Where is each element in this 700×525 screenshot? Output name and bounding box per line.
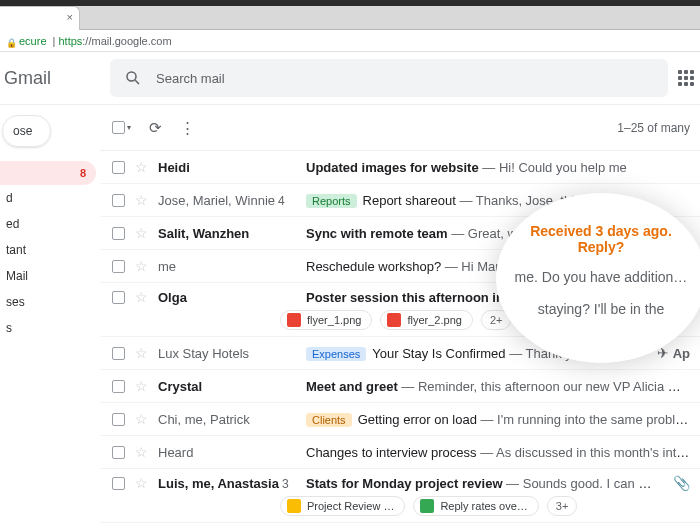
sidebar-item[interactable]: ses [0,289,96,315]
row-checkbox[interactable] [112,194,125,207]
clip-icon: 📎 [673,475,690,491]
row-sender: Crystal [158,379,296,394]
file-icon [287,313,301,327]
row-content: ClientsGetting error on load — I'm runni… [306,412,690,427]
file-icon [420,499,434,513]
svg-line-1 [135,80,139,84]
star-icon[interactable]: ☆ [135,258,148,274]
nudge-title: Received 3 days ago. Reply? [514,223,688,255]
pager-text: 1–25 of many [617,121,690,135]
row-snippet: — Reminder, this afternoon our new VP Al… [398,379,690,394]
row-checkbox[interactable] [112,291,125,304]
star-icon[interactable]: ☆ [135,475,148,491]
compose-button[interactable]: ose [2,115,51,147]
close-icon[interactable]: × [67,11,73,23]
attachment-chip[interactable]: Project Review … [280,496,405,516]
table-row[interactable]: ☆Chi, me, PatrickClientsGetting error on… [100,403,700,436]
table-row[interactable]: ☆Luis, me, Anastasia3Stats for Monday pr… [100,469,700,523]
row-content: Meet and greet — Reminder, this afternoo… [306,379,690,394]
sidebar: ose 8dedtantMailsess [0,105,100,525]
more-icon[interactable]: ⋮ [180,119,196,137]
chip-more[interactable]: 3+ [547,496,578,516]
star-icon[interactable]: ☆ [135,444,148,460]
row-right: ✈ Ap [657,345,690,361]
row-subject: Sync with remote team [306,226,448,241]
row-sender: Jose, Mariel, Winnie4 [158,193,296,208]
star-icon[interactable]: ☆ [135,159,148,175]
table-row[interactable]: ☆HeidiUpdated images for website — Hi! C… [100,151,700,184]
row-checkbox[interactable] [112,413,125,426]
lock-icon [6,36,15,45]
row-content: Stats for Monday project review — Sounds… [306,476,655,491]
browser-tabstrip: × [0,6,700,30]
row-subject: Report shareout [363,193,456,208]
sidebar-item[interactable]: 8 [0,161,96,185]
browser-url: https://mail.google.com [58,35,171,47]
file-icon [287,499,301,513]
row-sender: me [158,259,296,274]
sidebar-item[interactable]: Mail [0,263,96,289]
app-logo: Gmail [0,68,110,89]
sidebar-item-label: ses [6,295,25,309]
row-snippet: — Sounds good. I can get back to you abo… [503,476,656,491]
row-sender: Salit, Wanzhen [158,226,296,241]
row-checkbox[interactable] [112,477,125,490]
app-bar: Gmail Search mail [0,52,700,105]
attachment-chips: flyer_1.pngflyer_2.png2+ [280,310,511,330]
sidebar-item-count: 8 [80,167,86,179]
row-content: Updated images for website — Hi! Could y… [306,160,690,175]
table-row[interactable]: ☆CrystalMeet and greet — Reminder, this … [100,370,700,403]
apps-icon[interactable] [678,70,694,86]
row-sender: Chi, me, Patrick [158,412,296,427]
sidebar-item[interactable]: d [0,185,96,211]
select-all-checkbox[interactable]: ▾ [112,121,131,134]
nudge-line: me. Do you have addition… [514,269,688,285]
category-label: Reports [306,194,357,208]
row-right: 📎 [673,475,690,491]
category-label: Expenses [306,347,366,361]
attachment-chip[interactable]: flyer_1.png [280,310,372,330]
star-icon[interactable]: ☆ [135,289,148,305]
refresh-icon[interactable]: ⟳ [149,119,162,137]
main-pane: ▾ ⟳ ⋮ 1–25 of many ☆HeidiUpdated images … [100,105,700,525]
row-subject: Reschedule workshop? [306,259,441,274]
file-icon [387,313,401,327]
mail-toolbar: ▾ ⟳ ⋮ 1–25 of many [100,105,700,151]
star-icon[interactable]: ☆ [135,192,148,208]
chevron-down-icon: ▾ [127,123,131,132]
star-icon[interactable]: ☆ [135,411,148,427]
star-icon[interactable]: ☆ [135,225,148,241]
row-checkbox[interactable] [112,227,125,240]
row-subject: Updated images for website [306,160,479,175]
search-input[interactable]: Search mail [110,59,668,97]
attachment-chip[interactable]: Reply rates ove… [413,496,538,516]
attachment-chip[interactable]: flyer_2.png [380,310,472,330]
row-checkbox[interactable] [112,161,125,174]
table-row[interactable]: ☆HeardChanges to interview process — As … [100,436,700,469]
row-subject: Changes to interview process [306,445,477,460]
sidebar-item[interactable]: ed [0,211,96,237]
sidebar-item-label: ed [6,217,19,231]
row-checkbox[interactable] [112,446,125,459]
search-icon [124,69,142,87]
row-subject: Stats for Monday project review [306,476,503,491]
browser-tab[interactable]: × [0,6,80,30]
browser-address-bar[interactable]: ecure | https://mail.google.com [0,30,700,52]
nudge-bubble: Received 3 days ago. Reply? me. Do you h… [496,193,700,363]
row-checkbox[interactable] [112,347,125,360]
row-content: Changes to interview process — As discus… [306,445,690,460]
row-checkbox[interactable] [112,260,125,273]
search-placeholder: Search mail [156,71,225,86]
sidebar-item[interactable]: tant [0,237,96,263]
row-subject: Meet and greet [306,379,398,394]
sidebar-item[interactable]: s [0,315,96,341]
star-icon[interactable]: ☆ [135,345,148,361]
star-icon[interactable]: ☆ [135,378,148,394]
row-sender: Heard [158,445,296,460]
svg-point-0 [127,72,136,81]
row-snippet: — Hi! Could you help me [479,160,627,175]
attachment-chips: Project Review …Reply rates ove…3+ [280,496,577,516]
row-snippet: — I'm running into the same problem. Res… [477,412,690,427]
row-sender: Luis, me, Anastasia3 [158,476,296,491]
row-checkbox[interactable] [112,380,125,393]
